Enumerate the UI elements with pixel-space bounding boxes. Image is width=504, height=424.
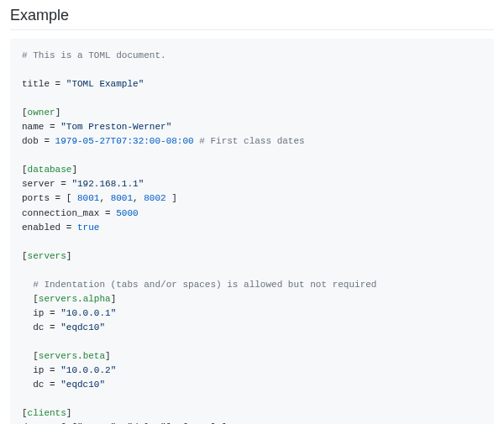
section-heading: Example <box>10 7 494 30</box>
code-bracket: [ <box>22 251 28 261</box>
code-date: 1979-05-27T07:32:00-08:00 <box>55 136 194 146</box>
code-bool: true <box>77 222 99 233</box>
code-section: beta <box>83 351 105 361</box>
code-key: enabled = <box>22 222 77 233</box>
code-section: database <box>28 165 72 175</box>
code-bracket: [ <box>22 107 28 118</box>
code-key: server = <box>22 179 71 189</box>
code-key: dob = <box>22 136 55 146</box>
code-dot: . <box>77 294 83 304</box>
code-string: "eqdc10" <box>60 380 105 390</box>
code-bracket: ] <box>166 193 177 203</box>
code-sep: , <box>133 193 144 203</box>
code-section: servers <box>28 251 66 261</box>
code-bracket: [ <box>22 351 39 361</box>
code-key: dc = <box>22 322 60 332</box>
code-dot: . <box>77 351 83 361</box>
code-string: "Tom Preston-Werner" <box>60 122 171 132</box>
code-number: 8001 <box>77 193 99 203</box>
code-bracket: ] <box>105 351 111 361</box>
code-block: # This is a TOML document. title = "TOML… <box>10 39 494 424</box>
code-key: title = <box>22 79 66 89</box>
code-key: connection_max = <box>22 208 116 218</box>
code-key: ports = [ <box>22 193 77 203</box>
code-key: ip = <box>22 308 60 318</box>
code-key: dc = <box>22 380 60 390</box>
code-bracket: [ <box>22 408 28 418</box>
code-string: "10.0.0.2" <box>60 365 116 375</box>
code-string: "192.168.1.1" <box>71 179 144 189</box>
code-key: ip = <box>22 365 60 375</box>
code-string: "eqdc10" <box>60 322 105 332</box>
code-number: 8001 <box>111 193 133 203</box>
code-comment: # This is a TOML document. <box>22 50 166 60</box>
code-section: servers <box>39 351 77 361</box>
code-string: "TOML Example" <box>66 79 144 89</box>
code-bracket: ] <box>66 408 72 418</box>
code-bracket: [ <box>22 165 28 175</box>
code-section: clients <box>28 408 66 418</box>
code-bracket: ] <box>111 294 117 304</box>
code-section: servers <box>39 294 77 304</box>
code-sep: , <box>99 193 110 203</box>
code-comment: # First class dates <box>194 136 305 146</box>
code-bracket: ] <box>71 165 77 175</box>
code-number: 8002 <box>144 193 165 203</box>
code-comment: # Indentation (tabs and/or spaces) is al… <box>22 280 376 290</box>
code-bracket: ] <box>55 107 61 118</box>
code-section: owner <box>28 107 55 118</box>
code-string: "10.0.0.1" <box>60 308 116 318</box>
code-key: name = <box>22 122 60 132</box>
code-bracket: ] <box>66 251 72 261</box>
code-section: alpha <box>83 294 111 304</box>
code-number: 5000 <box>116 208 138 218</box>
code-bracket: [ <box>22 294 39 304</box>
